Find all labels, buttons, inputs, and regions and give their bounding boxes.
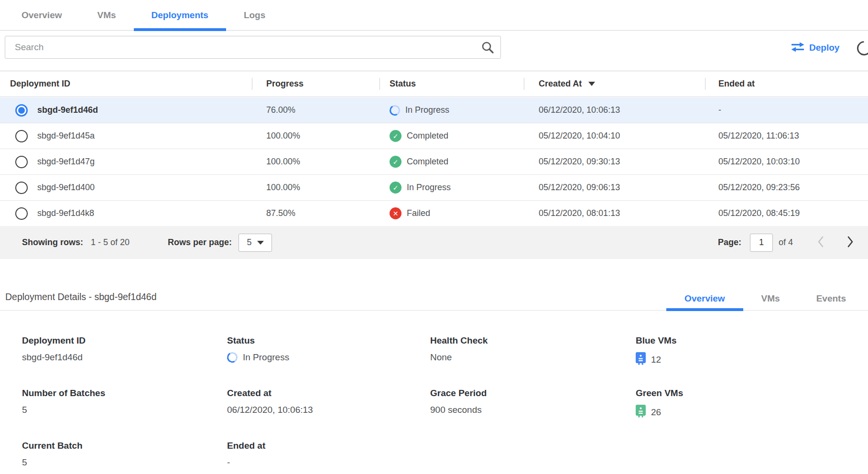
previous-page-button[interactable]: [817, 235, 825, 250]
field-label: Blue VMs: [636, 335, 677, 346]
ended-at-cell: -: [705, 105, 868, 115]
next-page-button[interactable]: [846, 235, 854, 250]
deployment-id-cell: sbgd-9ef1d400: [37, 183, 95, 193]
details-title: Deployment Details - sbgd-9ef1d46d: [5, 291, 157, 302]
showing-rows-label: Showing rows:: [22, 237, 83, 248]
tab-vms[interactable]: VMs: [80, 0, 134, 31]
in-progress-spinner-icon: [389, 104, 401, 117]
field-label: Number of Batches: [22, 388, 105, 399]
refresh-icon[interactable]: [854, 38, 868, 58]
page-label: Page:: [718, 237, 741, 248]
field-value: 5: [22, 405, 105, 415]
field-label: Grace Period: [430, 388, 487, 399]
deploy-button[interactable]: Deploy: [791, 42, 839, 54]
row-radio[interactable]: [15, 207, 28, 220]
created-at-cell: 05/12/2020, 08:01:13: [524, 208, 705, 218]
status-cell: Failed: [407, 208, 430, 218]
column-header-created-at[interactable]: Created At: [524, 71, 705, 97]
deployments-page: Overview VMs Deployments Logs Deploy: [0, 0, 868, 474]
field-health-check: Health Check None: [430, 335, 488, 363]
deployment-id-cell: sbgd-9ef1d4k8: [37, 208, 94, 218]
status-cell: Completed: [407, 157, 448, 167]
rows-per-page-select[interactable]: 5: [239, 234, 272, 252]
field-value: In Progress: [243, 352, 289, 363]
field-value: 900 seconds: [430, 405, 487, 415]
field-value: 5: [22, 457, 83, 468]
field-label: Deployment ID: [22, 335, 86, 346]
completed-check-icon: ✓: [390, 156, 401, 168]
field-label: Current Batch: [22, 441, 83, 451]
field-ended-at: Ended at -: [227, 441, 265, 468]
column-divider: [705, 78, 705, 90]
field-created-at: Created at 06/12/2020, 10:06:13: [227, 388, 313, 415]
column-header-deployment-id[interactable]: Deployment ID: [0, 71, 252, 97]
failed-x-icon: ✕: [390, 207, 401, 219]
completed-check-icon: ✓: [390, 130, 401, 142]
table-row[interactable]: sbgd-9ef1d47g 100.00% ✓ Completed 05/12/…: [0, 149, 868, 175]
field-grace-period: Grace Period 900 seconds: [430, 388, 487, 415]
row-radio[interactable]: [15, 182, 28, 194]
search-icon[interactable]: [481, 41, 494, 56]
ended-at-cell: 05/12/2020, 08:45:19: [705, 208, 868, 218]
field-value: 12: [651, 355, 661, 365]
page-tab-bar: Overview VMs Deployments Logs: [0, 0, 868, 31]
progress-cell: 76.00%: [252, 105, 380, 115]
tab-deployments[interactable]: Deployments: [134, 0, 226, 31]
page-number-input[interactable]: [750, 234, 773, 252]
column-divider: [252, 78, 252, 90]
table-header: Deployment ID Progress Status Created At…: [0, 71, 868, 97]
deployment-id-cell: sbgd-9ef1d47g: [37, 157, 95, 167]
showing-rows-value: 1 - 5 of 20: [91, 237, 130, 248]
column-header-ended-at[interactable]: Ended at: [705, 71, 868, 97]
column-header-status[interactable]: Status: [380, 71, 524, 97]
details-tab-overview[interactable]: Overview: [666, 287, 743, 311]
ended-at-cell: 05/12/2020, 11:06:13: [705, 131, 868, 141]
column-divider: [524, 78, 524, 90]
field-deployment-id: Deployment ID sbgd-9ef1d46d: [22, 335, 86, 363]
page-total-label: of 4: [779, 237, 793, 248]
chevron-down-icon: [257, 241, 264, 245]
column-header-progress[interactable]: Progress: [252, 71, 380, 97]
table-row[interactable]: sbgd-9ef1d4k8 87.50% ✕ Failed 05/12/2020…: [0, 201, 868, 226]
server-icon-green: [636, 405, 646, 420]
deployment-id-cell: sbgd-9ef1d46d: [37, 105, 98, 115]
field-label: Created at: [227, 388, 313, 399]
row-radio[interactable]: [15, 156, 28, 168]
table-row[interactable]: sbgd-9ef1d400 100.00% ✓ In Progress 05/1…: [0, 175, 868, 201]
deployment-id-cell: sbgd-9ef1d45a: [37, 131, 95, 141]
field-label: Health Check: [430, 335, 488, 346]
row-radio-selected[interactable]: [15, 104, 28, 117]
deploy-button-label: Deploy: [809, 43, 839, 53]
search-box: [5, 36, 501, 59]
progress-cell: 100.00%: [252, 183, 380, 193]
status-cell: Completed: [407, 131, 448, 141]
field-label: Ended at: [227, 441, 265, 451]
created-at-cell: 05/12/2020, 10:04:10: [524, 131, 705, 141]
in-progress-spinner-icon: [226, 351, 239, 364]
details-tab-bar: Overview VMs Events: [666, 287, 864, 311]
chevron-right-icon: [846, 235, 854, 250]
created-at-cell: 05/12/2020, 09:30:13: [524, 157, 705, 167]
details-tab-events[interactable]: Events: [798, 287, 864, 311]
progress-cell: 87.50%: [252, 208, 380, 218]
swap-arrows-icon: [791, 42, 804, 54]
ended-at-cell: 05/12/2020, 09:23:56: [705, 183, 868, 193]
search-input[interactable]: [5, 36, 501, 59]
field-value: sbgd-9ef1d46d: [22, 352, 86, 363]
created-at-cell: 05/12/2020, 09:06:13: [524, 183, 705, 193]
rows-per-page-label: Rows per page:: [168, 237, 232, 248]
sort-caret-down-icon[interactable]: [588, 82, 595, 86]
table-body: sbgd-9ef1d46d 76.00% In Progress 06/12/2…: [0, 97, 868, 226]
chevron-left-icon: [817, 235, 825, 250]
field-label: Green VMs: [636, 388, 683, 399]
tab-logs[interactable]: Logs: [226, 0, 283, 31]
table-row[interactable]: sbgd-9ef1d46d 76.00% In Progress 06/12/2…: [0, 97, 868, 123]
details-tab-vms[interactable]: VMs: [743, 287, 798, 311]
progress-cell: 100.00%: [252, 157, 380, 167]
field-value: 06/12/2020, 10:06:13: [227, 405, 313, 415]
tab-overview[interactable]: Overview: [4, 0, 80, 31]
table-footer: Showing rows: 1 - 5 of 20 Rows per page:…: [0, 226, 868, 259]
row-radio[interactable]: [15, 130, 28, 142]
progress-cell: 100.00%: [252, 131, 380, 141]
table-row[interactable]: sbgd-9ef1d45a 100.00% ✓ Completed 05/12/…: [0, 123, 868, 149]
